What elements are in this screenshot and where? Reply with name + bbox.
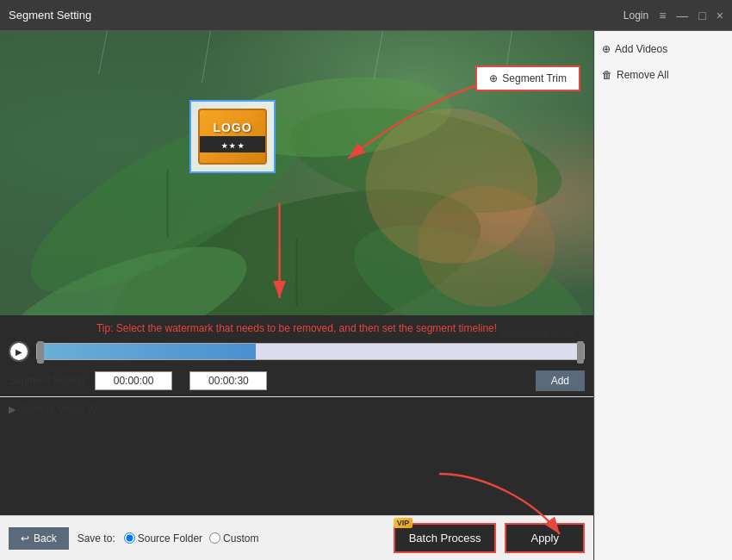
source-folder-label: Source Folder: [138, 532, 202, 544]
add-videos-label: Add Videos: [615, 43, 667, 55]
bottom-bar: ↩ Back Save to: Source Folder Custom VIP…: [0, 515, 593, 560]
custom-label: Custom: [223, 532, 258, 544]
time-display: 00:00:09/00:00:30: [499, 328, 575, 339]
segment-trim-button[interactable]: ⊕ Segment Trim: [475, 65, 580, 91]
source-folder-radio-input[interactable]: [124, 532, 135, 544]
video-preview: LOGO ★ ★ ★ ⊕ Segment Trim: [0, 31, 593, 315]
segment-setting-label: Segment Setting:: [9, 375, 88, 387]
right-panel: ⊕ Add Videos 🗑 Remove All: [594, 31, 732, 560]
main-content: LOGO ★ ★ ★ ⊕ Segment Trim: [0, 31, 732, 560]
apply-button[interactable]: Apply: [505, 523, 585, 553]
batch-process-label: Batch Process: [409, 532, 481, 544]
logo-banner: ★ ★ ★: [200, 136, 265, 152]
save-to-label: Save to:: [78, 532, 115, 544]
remove-all-button[interactable]: 🗑 Remove All: [602, 65, 725, 84]
title-bar: Segment Setting Login ≡ — □ ×: [0, 0, 732, 31]
back-icon: ↩: [21, 532, 29, 544]
back-label: Back: [34, 532, 57, 544]
add-videos-button[interactable]: ⊕ Add Videos: [602, 40, 725, 59]
maximize-icon[interactable]: □: [698, 9, 705, 22]
timeline-fill: [37, 344, 256, 359]
add-videos-icon: ⊕: [602, 43, 611, 55]
timeline-area: ▶ 00:00:09/00:00:30: [0, 338, 593, 365]
radio-group: Source Folder Custom: [124, 532, 259, 544]
menu-icon[interactable]: ≡: [659, 9, 666, 22]
timeline-handle-right[interactable]: [577, 341, 584, 364]
remove-all-label: Remove All: [617, 69, 669, 81]
left-panel: LOGO ★ ★ ★ ⊕ Segment Trim: [0, 31, 594, 560]
batch-process-button[interactable]: VIP Batch Process: [394, 523, 497, 553]
file-name: Sample Video W...: [20, 403, 105, 415]
list-item: ▶ Sample Video W...: [9, 401, 585, 418]
segment-trim-label: Segment Trim: [502, 72, 567, 84]
close-icon[interactable]: ×: [716, 9, 723, 22]
minimize-icon[interactable]: —: [676, 9, 688, 22]
file-list-area: ▶ Sample Video W...: [0, 396, 593, 515]
vip-badge: VIP: [394, 518, 413, 528]
svg-line-10: [375, 31, 383, 78]
timeline-handle-left[interactable]: [37, 341, 44, 364]
logo-text: LOGO: [213, 121, 251, 134]
remove-all-icon: 🗑: [602, 69, 612, 81]
app-title: Segment Setting: [9, 9, 91, 22]
logo-watermark[interactable]: LOGO ★ ★ ★: [189, 100, 276, 173]
logo-banner-text: ★ ★ ★: [221, 142, 243, 150]
login-button[interactable]: Login: [623, 9, 648, 22]
timeline-track[interactable]: 00:00:09/00:00:30: [36, 343, 585, 360]
dash-separator: -: [179, 375, 183, 388]
segment-trim-icon: ⊕: [489, 72, 498, 84]
back-button[interactable]: ↩ Back: [9, 527, 69, 550]
svg-point-13: [418, 186, 555, 307]
svg-line-9: [202, 31, 211, 83]
add-button[interactable]: Add: [536, 370, 585, 391]
start-time-input[interactable]: [95, 371, 172, 390]
source-folder-radio[interactable]: Source Folder: [124, 532, 202, 544]
logo-inner: LOGO ★ ★ ★: [198, 109, 267, 165]
segment-setting-row: Segment Setting: - Add: [0, 365, 593, 396]
end-time-input[interactable]: [189, 371, 267, 390]
custom-radio[interactable]: Custom: [209, 532, 258, 544]
play-button[interactable]: ▶: [9, 341, 29, 362]
svg-line-8: [99, 31, 108, 74]
custom-radio-input[interactable]: [209, 532, 220, 544]
